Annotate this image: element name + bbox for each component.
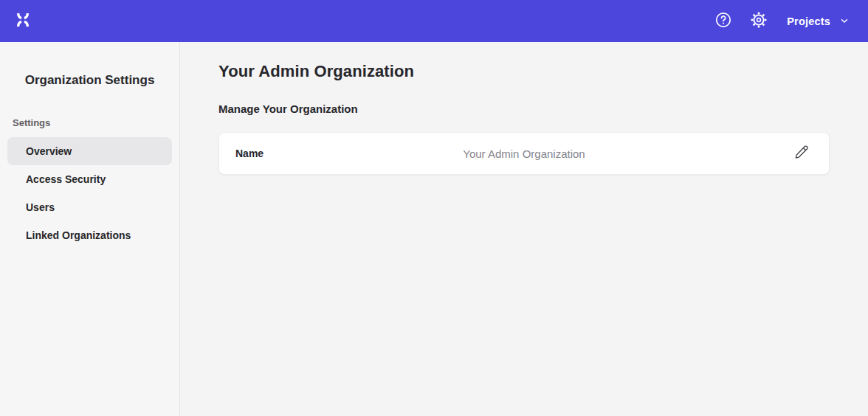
name-field-value: Your Admin Organization <box>219 148 829 160</box>
sidebar: Organization Settings Settings Overview … <box>0 42 180 416</box>
projects-label: Projects <box>787 15 830 27</box>
top-bar-actions: Projects <box>712 10 849 33</box>
sidebar-item-overview[interactable]: Overview <box>7 137 172 165</box>
section-title: Manage Your Organization <box>218 103 830 115</box>
sidebar-item-access-security[interactable]: Access Security <box>7 165 172 193</box>
sidebar-item-label: Linked Organizations <box>26 229 131 241</box>
settings-button[interactable] <box>747 10 771 33</box>
organization-name-card: Name Your Admin Organization <box>218 132 830 175</box>
logo-button[interactable] <box>13 10 32 32</box>
sidebar-item-label: Access Security <box>26 173 106 185</box>
pencil-icon <box>794 145 809 162</box>
edit-name-button[interactable] <box>790 142 813 164</box>
help-button[interactable] <box>712 10 735 33</box>
sidebar-item-linked-organizations[interactable]: Linked Organizations <box>7 221 172 249</box>
top-bar: Projects <box>0 0 868 42</box>
sidebar-section-label: Settings <box>13 117 179 128</box>
x-logo-icon <box>13 10 32 32</box>
sidebar-item-label: Users <box>26 201 55 213</box>
chevron-down-icon <box>830 15 849 28</box>
gear-icon <box>750 11 768 32</box>
name-field-label: Name <box>235 148 264 159</box>
page-title: Your Admin Organization <box>218 62 830 81</box>
page-body: Organization Settings Settings Overview … <box>0 42 868 416</box>
sidebar-item-label: Overview <box>26 145 72 157</box>
help-icon <box>714 11 732 32</box>
projects-dropdown[interactable]: Projects <box>787 15 849 28</box>
main-content: Your Admin Organization Manage Your Orga… <box>180 42 868 416</box>
sidebar-nav: Overview Access Security Users Linked Or… <box>0 137 179 249</box>
sidebar-item-users[interactable]: Users <box>7 193 172 221</box>
sidebar-title: Organization Settings <box>0 73 179 88</box>
